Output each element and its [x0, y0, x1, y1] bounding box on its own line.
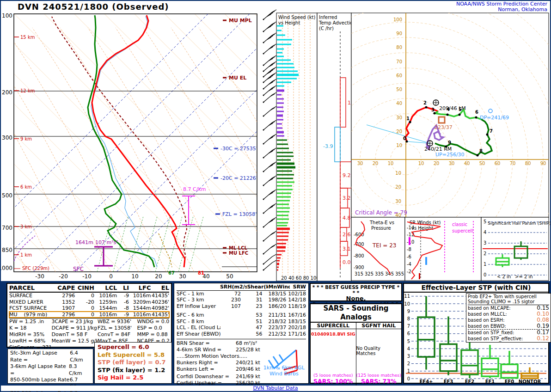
composite-indices-panel: Supercell = 6.0Left Supercell = 5.8STP (… — [94, 342, 172, 384]
table-cell: MMP = 0.88 — [137, 331, 169, 338]
advection-title2: Temp Advection — [318, 20, 356, 25]
svg-text:10: 10 — [131, 273, 138, 280]
svg-text:200: 200 — [2, 89, 12, 96]
table-row: SURFACE279601016m-91016m41435' — [9, 293, 169, 299]
tabular-data-link[interactable]: DVN Tabular Data — [253, 385, 298, 391]
svg-text:9.2: 9.2 — [343, 172, 351, 178]
table-cell: 1352 — [53, 299, 75, 306]
table-cell: 1544m — [94, 305, 117, 312]
mu-lfc-label: MU LFC — [229, 251, 248, 256]
svg-text:4.8: 4.8 — [343, 215, 351, 221]
svg-text:30: 30 — [449, 161, 455, 166]
ship-title: Significant Hail Param (SHIP) — [488, 220, 550, 226]
svg-text:100: 100 — [393, 17, 402, 22]
svg-text:30: 30 — [395, 199, 401, 204]
eff-inflow-height-label: 1641m — [75, 239, 93, 245]
svg-text:1: 1 — [406, 116, 410, 121]
table-cell: LFC — [129, 284, 151, 292]
svg-text:11: 11 — [404, 294, 410, 299]
table-cell: 102/18 — [286, 291, 306, 297]
table-cell: ConvT = 84F — [98, 331, 137, 338]
table-cell: 1016m — [129, 312, 151, 318]
svg-text:3.1: 3.1 — [343, 246, 351, 252]
wind-speed-title2: vs Height — [278, 20, 300, 25]
minus20c-label: -20C = 21226' — [220, 175, 257, 181]
table-cell: MIXED LAYER — [9, 299, 53, 306]
precip-type-value: None. — [312, 295, 400, 301]
table-cell: 3209m — [129, 299, 151, 306]
svg-text:-4: -4 — [407, 262, 411, 267]
pressure-labels: 1002003005007008501000 — [1, 12, 12, 271]
table-cell: WNDG = 0.0 — [137, 318, 169, 325]
svg-text:9: 9 — [407, 309, 410, 314]
svg-text:70: 70 — [396, 59, 402, 64]
sr-magenta-tick — [409, 237, 410, 245]
svg-text:100: 100 — [2, 12, 12, 19]
svg-text:0.0: 0.0 — [343, 259, 351, 265]
svg-text:80: 80 — [525, 161, 531, 166]
svg-text:335: 335 — [375, 271, 384, 276]
svg-text:0: 0 — [403, 136, 406, 141]
table-cell — [220, 331, 241, 337]
svg-text:700: 700 — [2, 225, 12, 231]
table-cell: 1016m — [129, 293, 151, 299]
ml-lcl-label: ML LCL — [229, 245, 248, 251]
svg-text:2: 2 — [484, 251, 486, 256]
table-cell: 40982' — [151, 305, 169, 312]
table-row: SRH(m2/s2)Shear(kt)MnWindSRW — [177, 284, 306, 290]
sars-hail-col: SGFNT HAIL No Quality Matches (125 loose… — [356, 323, 402, 392]
sfc-dewpoint-value: 67 — [168, 270, 175, 276]
table-row: Eff Inflow Layer10723186/20118/19 — [177, 303, 306, 310]
table-cell: 51 — [241, 318, 262, 325]
table-cell: 41435' — [151, 293, 169, 299]
table-cell: -9 — [117, 293, 129, 299]
svg-text:20: 20 — [373, 161, 379, 166]
svg-text:90: 90 — [396, 31, 402, 36]
svg-text:0: 0 — [109, 273, 113, 280]
table-cell: 1016m — [94, 293, 117, 299]
sars-panel: SARS - Sounding Analogs SUPERCELL 010409… — [310, 303, 402, 384]
svg-text:10: 10 — [388, 161, 394, 166]
table-cell: PARCEL — [9, 284, 53, 292]
table-cell — [177, 284, 220, 290]
svg-text:30: 30 — [179, 273, 186, 280]
svg-text:2: 2 — [407, 361, 410, 366]
table-row: PW = 1.25 .in3CAPE = 23 J/kgWBZ = 9336'W… — [9, 318, 169, 325]
table-cell: 223/37 — [262, 325, 286, 331]
stp-prob-header1: Prob EF2+ Torn with supercell — [468, 294, 549, 299]
table-cell: 1259m — [94, 299, 117, 306]
svg-text:355: 355 — [395, 271, 404, 276]
sars-supercell-col: SUPERCELL 01040918.BVI SIG (5 loose matc… — [311, 323, 356, 392]
svg-text:EF3: EF3 — [444, 379, 453, 383]
table-row: K = 18DCAPE = 911 J/kgFZL = 13058'ESP = … — [9, 325, 169, 331]
table-cell — [220, 318, 241, 325]
table-row: LCL - EL (Cloud Layer)47223/37202/18 — [177, 325, 306, 331]
stp-prob-box: Prob EF2+ Torn with supercell Sounding C… — [466, 293, 551, 343]
sr-winds-title2: vs Height — [411, 226, 433, 231]
table-cell: 40236' — [151, 299, 169, 306]
sars-title: SARS - Sounding Analogs — [311, 304, 401, 323]
ship-xlabel1: < 2 in — [497, 274, 511, 279]
table-cell: 47 — [241, 325, 262, 331]
svg-text:EF2: EF2 — [465, 379, 475, 383]
table-cell: -9 — [117, 312, 129, 318]
table-cell: CAPE — [53, 284, 75, 292]
stat-row: BRN Shear =68 m²/s² — [177, 340, 306, 347]
svg-text:7: 7 — [407, 324, 410, 329]
sars-match-item[interactable]: 01040918.BVI SIG — [311, 331, 355, 337]
corfidi-dp-label: DP=241/69 — [480, 115, 509, 121]
advection-title1: Inferred — [319, 15, 337, 20]
svg-text:2: 2 — [423, 100, 427, 105]
barb-caption-line1: 1km & 6km AGL — [263, 365, 305, 371]
svg-text:5: 5 — [407, 339, 410, 344]
ship-panel: Significant Hail Param (SHIP) 012345 < 2… — [481, 217, 550, 281]
svg-text:-2: -2 — [407, 269, 411, 274]
sfc-parcel-label: SFC — [73, 266, 84, 272]
svg-text:15 km: 15 km — [20, 35, 35, 40]
svg-text:-10: -10 — [407, 239, 414, 245]
table-cell: SFC - 1 km — [177, 291, 220, 297]
bunkers-left-label: 209/46 LM — [439, 105, 466, 111]
svg-text:20: 20 — [395, 184, 401, 190]
sars-hail-header: SGFNT HAIL — [356, 323, 402, 329]
table-cell: MidRH = 35% — [9, 331, 51, 338]
